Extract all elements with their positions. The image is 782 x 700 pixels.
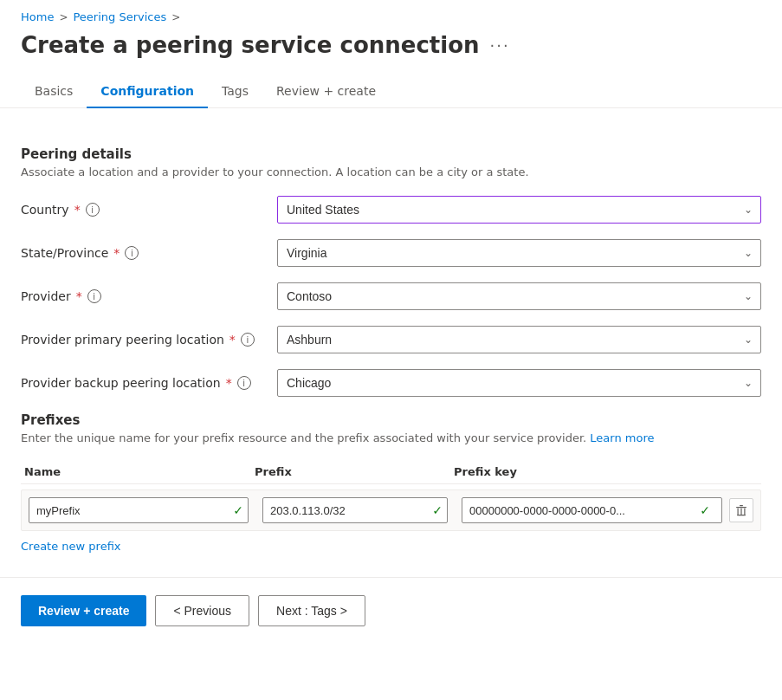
breadcrumb: Home > Peering Services > bbox=[0, 0, 782, 29]
provider-dropdown: Contoso Provider A Provider B ⌄ bbox=[277, 282, 761, 310]
table-row: ✓ ✓ ✓ bbox=[21, 489, 761, 531]
state-required: * bbox=[113, 246, 120, 260]
delete-row-button[interactable] bbox=[729, 498, 753, 522]
country-label: Country * i bbox=[21, 203, 263, 217]
footer-divider bbox=[0, 577, 782, 578]
page-header: Create a peering service connection ··· bbox=[0, 29, 782, 75]
state-dropdown: Virginia California Texas New York Washi… bbox=[277, 239, 761, 267]
cell-prefixkey: ✓ bbox=[455, 497, 760, 523]
country-label-text: Country bbox=[21, 203, 69, 217]
backup-location-info-icon[interactable]: i bbox=[237, 376, 251, 390]
peering-details-desc: Associate a location and a provider to y… bbox=[21, 165, 761, 178]
breadcrumb-home[interactable]: Home bbox=[21, 10, 54, 23]
provider-label-text: Provider bbox=[21, 289, 71, 303]
backup-location-dropdown: Chicago Ashburn Dallas Seattle ⌄ bbox=[277, 369, 761, 397]
create-new-prefix-link[interactable]: Create new prefix bbox=[21, 540, 121, 553]
page-menu-icon[interactable]: ··· bbox=[490, 36, 510, 55]
peering-details-section: Peering details Associate a location and… bbox=[21, 146, 761, 397]
backup-location-required: * bbox=[226, 376, 232, 390]
prefix-input[interactable] bbox=[262, 497, 448, 523]
country-info-icon[interactable]: i bbox=[86, 203, 100, 217]
peering-details-title: Peering details bbox=[21, 146, 761, 162]
provider-select[interactable]: Contoso Provider A Provider B bbox=[277, 282, 761, 310]
state-select[interactable]: Virginia California Texas New York Washi… bbox=[277, 239, 761, 267]
tab-basics[interactable]: Basics bbox=[21, 75, 87, 108]
backup-location-label: Provider backup peering location * i bbox=[21, 376, 263, 390]
breadcrumb-peering-services[interactable]: Peering Services bbox=[73, 10, 166, 23]
next-tags-button[interactable]: Next : Tags > bbox=[258, 595, 365, 626]
state-info-icon[interactable]: i bbox=[125, 246, 139, 260]
country-select[interactable]: United States Canada United Kingdom Germ… bbox=[277, 196, 761, 224]
primary-location-row: Provider primary peering location * i As… bbox=[21, 326, 761, 353]
svg-rect-1 bbox=[740, 505, 743, 506]
backup-location-select[interactable]: Chicago Ashburn Dallas Seattle bbox=[277, 369, 761, 397]
provider-info-icon[interactable]: i bbox=[87, 289, 101, 303]
provider-row: Provider * i Contoso Provider A Provider… bbox=[21, 282, 761, 310]
prefixkey-input-wrap: ✓ bbox=[462, 497, 722, 523]
th-prefix: Prefix bbox=[255, 465, 454, 478]
country-required: * bbox=[74, 203, 81, 217]
name-input[interactable] bbox=[29, 497, 249, 523]
tab-tags[interactable]: Tags bbox=[208, 75, 262, 108]
provider-label: Provider * i bbox=[21, 289, 263, 303]
primary-location-info-icon[interactable]: i bbox=[241, 333, 255, 347]
state-row: State/Province * i Virginia California T… bbox=[21, 239, 761, 267]
th-prefixkey: Prefix key bbox=[454, 465, 761, 478]
backup-location-row: Provider backup peering location * i Chi… bbox=[21, 369, 761, 397]
prefixkey-input[interactable] bbox=[462, 497, 722, 523]
main-content: Peering details Associate a location and… bbox=[0, 108, 782, 553]
tab-review-create[interactable]: Review + create bbox=[262, 75, 390, 108]
svg-rect-5 bbox=[737, 515, 746, 515]
breadcrumb-sep1: > bbox=[59, 11, 68, 23]
svg-rect-3 bbox=[740, 509, 741, 515]
primary-location-label: Provider primary peering location * i bbox=[21, 333, 263, 347]
svg-rect-0 bbox=[736, 507, 746, 508]
prefixes-table-header: Name Prefix Prefix key bbox=[21, 458, 761, 484]
state-label: State/Province * i bbox=[21, 246, 263, 260]
primary-location-select[interactable]: Ashburn Chicago Dallas Seattle bbox=[277, 326, 761, 353]
breadcrumb-sep2: > bbox=[171, 11, 180, 23]
prefixes-desc: Enter the unique name for your prefix re… bbox=[21, 431, 761, 444]
prefixes-section: Prefixes Enter the unique name for your … bbox=[21, 412, 761, 553]
primary-location-dropdown: Ashburn Chicago Dallas Seattle ⌄ bbox=[277, 326, 761, 353]
previous-button[interactable]: < Previous bbox=[155, 595, 249, 626]
backup-location-label-text: Provider backup peering location bbox=[21, 376, 221, 390]
tab-configuration[interactable]: Configuration bbox=[87, 75, 208, 108]
cell-prefix: ✓ bbox=[255, 497, 455, 523]
learn-more-link[interactable]: Learn more bbox=[590, 431, 654, 444]
svg-rect-2 bbox=[738, 509, 739, 515]
primary-location-label-text: Provider primary peering location bbox=[21, 333, 224, 347]
page-title: Create a peering service connection bbox=[21, 32, 480, 58]
th-name: Name bbox=[21, 465, 255, 478]
prefixes-title: Prefixes bbox=[21, 412, 761, 428]
svg-rect-4 bbox=[744, 509, 745, 515]
tabs: Basics Configuration Tags Review + creat… bbox=[0, 75, 782, 108]
primary-location-required: * bbox=[229, 333, 236, 347]
footer-buttons: Review + create < Previous Next : Tags > bbox=[0, 595, 782, 647]
country-dropdown: United States Canada United Kingdom Germ… bbox=[277, 196, 761, 224]
country-row: Country * i United States Canada United … bbox=[21, 196, 761, 224]
cell-name: ✓ bbox=[22, 497, 255, 523]
state-label-text: State/Province bbox=[21, 246, 108, 260]
review-create-button[interactable]: Review + create bbox=[21, 595, 146, 626]
provider-required: * bbox=[76, 289, 82, 303]
